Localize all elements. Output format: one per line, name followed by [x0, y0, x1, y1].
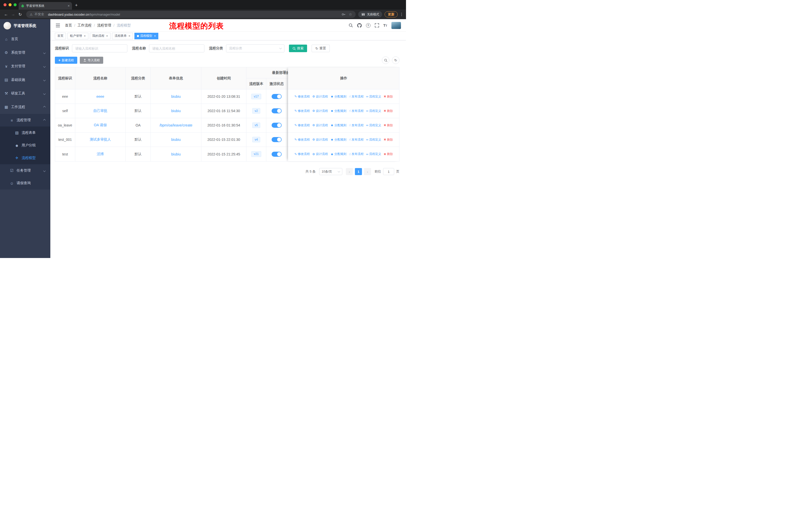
assign-rule-link[interactable]: ☻ 分配规则: [330, 138, 347, 142]
forward-icon[interactable]: →: [9, 12, 17, 17]
tab-close-icon[interactable]: ×: [68, 4, 70, 7]
form-info-link[interactable]: biubiu: [171, 109, 180, 113]
goto-page-input[interactable]: [383, 168, 394, 175]
form-info-link[interactable]: /bpm/oa/leave/create: [160, 123, 193, 127]
next-page-button[interactable]: ›: [364, 168, 371, 175]
process-name-link[interactable]: eeee: [96, 94, 104, 99]
process-key-input[interactable]: [72, 44, 127, 52]
process-definition-link[interactable]: ∞ 流程定义: [366, 123, 381, 128]
close-window-button[interactable]: [3, 3, 6, 6]
sidebar-collapse-icon[interactable]: [55, 23, 60, 27]
delete-process-link[interactable]: ✖ 删除: [384, 109, 393, 113]
edit-process-link[interactable]: ✎ 修改流程: [294, 109, 310, 113]
sidebar-item-process-model[interactable]: ✈ 流程模型: [0, 152, 50, 164]
sidebar-item-leave-query[interactable]: ☺ 请假查询: [0, 177, 50, 189]
publish-process-link[interactable]: ☝ 发布流程: [349, 109, 364, 113]
user-avatar[interactable]: [392, 22, 401, 29]
form-info-link[interactable]: biubiu: [171, 138, 180, 142]
publish-process-link[interactable]: ☝ 发布流程: [349, 152, 364, 156]
process-definition-link[interactable]: ∞ 流程定义: [366, 138, 381, 142]
show-search-button[interactable]: [382, 56, 389, 64]
sidebar-item-dev-tools[interactable]: ⚒ 研发工具: [0, 87, 50, 100]
publish-process-link[interactable]: ☝ 发布流程: [349, 138, 364, 142]
assign-rule-link[interactable]: ☻ 分配规则: [330, 109, 347, 113]
version-badge[interactable]: v2: [252, 108, 261, 114]
design-process-link[interactable]: ⚙ 设计流程: [312, 152, 328, 156]
close-icon[interactable]: ×: [154, 34, 156, 37]
process-name-link[interactable]: 滔博: [97, 152, 104, 157]
delete-process-link[interactable]: ✖ 删除: [384, 123, 393, 128]
tag-process-form[interactable]: 流程表单×: [112, 33, 133, 39]
process-name-link[interactable]: 自己审批: [93, 109, 108, 113]
design-process-link[interactable]: ⚙ 设计流程: [312, 94, 328, 99]
version-badge[interactable]: v4: [252, 137, 261, 143]
publish-process-link[interactable]: ☝ 发布流程: [349, 123, 364, 128]
process-definition-link[interactable]: ∞ 流程定义: [366, 94, 381, 99]
version-badge[interactable]: v21: [251, 151, 261, 157]
app-logo[interactable]: 芋道管理系统: [0, 19, 50, 32]
publish-process-link[interactable]: ☝ 发布流程: [349, 94, 364, 99]
edit-process-link[interactable]: ✎ 修改流程: [294, 123, 310, 128]
active-toggle[interactable]: [271, 108, 282, 113]
bookmark-star-icon[interactable]: ☆: [349, 12, 352, 17]
process-name-link[interactable]: 测试多审批人: [90, 137, 111, 142]
create-process-button[interactable]: + 新建流程: [55, 57, 77, 64]
design-process-link[interactable]: ⚙ 设计流程: [312, 123, 328, 128]
close-icon[interactable]: ×: [128, 34, 130, 37]
sidebar-item-workflow[interactable]: ▦ 工作流程: [0, 100, 50, 114]
reset-button[interactable]: ↻ 重置: [312, 45, 330, 52]
sidebar-item-system-mgmt[interactable]: ⚙ 系统管理: [0, 46, 50, 59]
tag-process-model[interactable]: 流程模型×: [135, 33, 158, 39]
font-size-icon[interactable]: TT: [383, 23, 387, 27]
assign-rule-link[interactable]: ☻ 分配规则: [330, 94, 347, 99]
version-badge[interactable]: v17: [251, 94, 261, 100]
reload-icon[interactable]: ↻: [17, 12, 24, 17]
password-key-icon[interactable]: [342, 12, 346, 17]
active-toggle[interactable]: [271, 123, 282, 128]
process-definition-link[interactable]: ∞ 流程定义: [366, 152, 381, 156]
process-name-link[interactable]: OA 请假: [94, 123, 107, 128]
refresh-table-button[interactable]: ↻: [392, 56, 400, 64]
design-process-link[interactable]: ⚙ 设计流程: [312, 109, 328, 113]
page-number-button[interactable]: 1: [355, 168, 362, 175]
breadcrumb-item[interactable]: 流程管理: [97, 23, 111, 28]
process-name-input[interactable]: [149, 44, 204, 52]
breadcrumb-item[interactable]: 首页: [65, 23, 72, 28]
github-icon[interactable]: [357, 23, 362, 28]
close-icon[interactable]: ×: [106, 34, 108, 37]
edit-process-link[interactable]: ✎ 修改流程: [294, 152, 310, 156]
address-bar[interactable]: ⚠ 不安全 dashboard.yudao.iocoder.cn/bpm/man…: [26, 11, 356, 18]
assign-rule-link[interactable]: ☻ 分配规则: [330, 123, 347, 128]
fullscreen-icon[interactable]: [375, 23, 379, 27]
delete-process-link[interactable]: ✖ 删除: [384, 94, 393, 99]
sidebar-item-task-mgmt[interactable]: ☑ 任务管理: [0, 164, 50, 177]
sidebar-item-infrastructure[interactable]: ▤ 基础设施: [0, 73, 50, 87]
browser-tab[interactable]: 芋道管理系统 ×: [19, 2, 72, 9]
prev-page-button[interactable]: ‹: [346, 168, 353, 175]
browser-menu-icon[interactable]: ⋮: [400, 12, 404, 17]
version-badge[interactable]: v5: [252, 123, 261, 128]
active-toggle[interactable]: [271, 152, 282, 157]
design-process-link[interactable]: ⚙ 设计流程: [312, 138, 328, 142]
close-icon[interactable]: ×: [84, 34, 86, 37]
delete-process-link[interactable]: ✖ 删除: [384, 138, 393, 142]
breadcrumb-item[interactable]: 工作流程: [78, 23, 92, 28]
back-icon[interactable]: ←: [2, 12, 9, 17]
import-process-button[interactable]: 导入流程: [80, 57, 103, 64]
new-tab-button[interactable]: +: [75, 3, 78, 8]
tag-my-process[interactable]: 我的流程×: [90, 33, 111, 39]
edit-process-link[interactable]: ✎ 修改流程: [294, 138, 310, 142]
active-toggle[interactable]: [271, 137, 282, 142]
tag-tenant-mgmt[interactable]: 租户管理×: [67, 33, 88, 39]
page-size-select[interactable]: 10条/页: [319, 168, 342, 175]
browser-update-button[interactable]: 更新: [385, 11, 398, 18]
assign-rule-link[interactable]: ☻ 分配规则: [330, 152, 347, 156]
category-select[interactable]: 流程分类: [226, 44, 284, 52]
sidebar-item-user-group[interactable]: ☻ 用户分组: [0, 139, 50, 152]
sidebar-item-home[interactable]: ⌂ 首页: [0, 32, 50, 46]
process-definition-link[interactable]: ∞ 流程定义: [366, 109, 381, 113]
sidebar-item-payment-mgmt[interactable]: ¥ 支付管理: [0, 59, 50, 73]
active-toggle[interactable]: [271, 94, 282, 99]
help-icon[interactable]: ?: [366, 23, 371, 28]
search-icon[interactable]: [349, 23, 353, 27]
